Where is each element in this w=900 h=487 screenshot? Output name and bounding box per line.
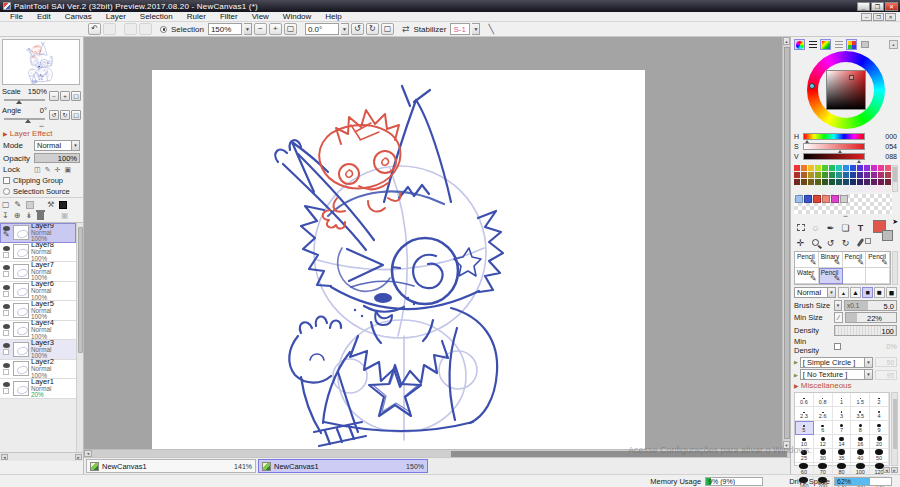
color-swatch[interactable] bbox=[822, 186, 828, 192]
scale-minus-button[interactable]: − bbox=[49, 91, 59, 101]
scroll-left-icon[interactable]: ◄ bbox=[883, 467, 890, 473]
color-swatch[interactable] bbox=[794, 165, 800, 171]
angle-ccw-button[interactable]: ↺ bbox=[49, 110, 59, 120]
layers-scrollbar-thumb[interactable] bbox=[78, 227, 83, 353]
visibility-eye-icon[interactable] bbox=[3, 304, 10, 309]
zoom-out-button[interactable]: − bbox=[254, 23, 267, 35]
menu-window[interactable]: Window bbox=[277, 12, 317, 21]
layer-mode-select[interactable]: Normal▼ bbox=[34, 140, 80, 151]
color-swatch[interactable] bbox=[808, 165, 814, 171]
panel-collapse-button[interactable]: ▲ bbox=[889, 40, 898, 49]
tool-slot-button-2[interactable] bbox=[139, 23, 152, 35]
tool-cell-pencil[interactable]: Pencil✎ bbox=[819, 268, 843, 284]
swap-colors-icon[interactable] bbox=[865, 238, 871, 244]
zoom-tool[interactable] bbox=[809, 236, 822, 249]
select-pen-tool[interactable]: ✒ bbox=[824, 221, 837, 234]
color-swatch[interactable] bbox=[822, 172, 828, 178]
brush-size-4[interactable]: 4 bbox=[870, 407, 889, 421]
brush-tip-button-0[interactable]: ▲ bbox=[838, 287, 849, 298]
color-swatch[interactable] bbox=[815, 165, 821, 171]
brush-size-20[interactable]: 20 bbox=[870, 435, 889, 449]
mask-icon[interactable]: ⚒ bbox=[47, 200, 54, 210]
brush-size-0.8[interactable]: 0.8 bbox=[814, 393, 833, 407]
custom-color-swatch[interactable] bbox=[804, 195, 812, 203]
visibility-eye-icon[interactable] bbox=[3, 363, 10, 368]
new-layer-icon[interactable]: ▢ bbox=[2, 200, 10, 210]
navigator-preview[interactable] bbox=[2, 39, 80, 85]
scratchpad-toggle[interactable] bbox=[859, 39, 870, 50]
brush-size-slider[interactable]: x0.1 5.0 bbox=[844, 300, 897, 311]
brush-size-2[interactable]: 2 bbox=[870, 393, 889, 407]
angle-slider[interactable] bbox=[4, 118, 45, 120]
color-swatch[interactable] bbox=[878, 172, 884, 178]
select-eraser-tool[interactable]: ❏ bbox=[839, 221, 852, 234]
color-swatch[interactable] bbox=[815, 172, 821, 178]
hsv-slider-h[interactable] bbox=[803, 133, 865, 140]
hsv-marker[interactable] bbox=[857, 160, 861, 163]
color-swatch[interactable] bbox=[885, 179, 891, 185]
color-swatch[interactable] bbox=[857, 186, 863, 192]
lock-move-icon[interactable]: ✛ bbox=[55, 166, 61, 174]
scale-plus-button[interactable]: + bbox=[60, 91, 70, 101]
zoom-field[interactable]: 150% bbox=[208, 23, 242, 35]
visibility-eye-icon[interactable] bbox=[3, 265, 10, 270]
color-swatch[interactable] bbox=[801, 165, 807, 171]
color-swatch[interactable] bbox=[808, 179, 814, 185]
color-swatch[interactable] bbox=[871, 172, 877, 178]
color-swatch[interactable] bbox=[794, 172, 800, 178]
menu-help[interactable]: Help bbox=[319, 12, 347, 21]
color-swatch[interactable] bbox=[857, 172, 863, 178]
color-swatch[interactable] bbox=[794, 179, 800, 185]
new-folder-icon[interactable] bbox=[26, 201, 34, 209]
stabilizer-dropdown-icon[interactable]: ▼ bbox=[472, 23, 480, 35]
color-swatch[interactable] bbox=[850, 165, 856, 171]
color-swatch[interactable] bbox=[829, 165, 835, 171]
brush-size-12[interactable]: 12 bbox=[814, 435, 833, 449]
rect-select-tool[interactable] bbox=[794, 221, 807, 234]
color-swatch[interactable] bbox=[829, 172, 835, 178]
minimize-button[interactable]: _ bbox=[857, 2, 870, 11]
layers-hscrollbar[interactable]: ◄ ► bbox=[0, 453, 83, 461]
brush-size-scrollbar[interactable] bbox=[891, 392, 898, 466]
color-swatch[interactable] bbox=[836, 186, 842, 192]
scroll-up-icon[interactable]: ▲ bbox=[783, 37, 790, 45]
menu-filter[interactable]: Filter bbox=[214, 12, 244, 21]
color-swatch[interactable] bbox=[864, 186, 870, 192]
color-swatch[interactable] bbox=[857, 165, 863, 171]
brush-size-9[interactable]: 9 bbox=[870, 421, 889, 435]
canvas-tab-1[interactable]: NewCanvas1150% bbox=[258, 459, 428, 473]
visibility-eye-icon[interactable] bbox=[3, 285, 10, 290]
texture-expand-icon[interactable]: ▶ bbox=[794, 372, 798, 378]
selection-radio[interactable] bbox=[160, 26, 167, 33]
color-wheel[interactable] bbox=[807, 51, 885, 129]
brush-size-0.6[interactable]: 0.6 bbox=[795, 393, 814, 407]
color-swatch[interactable] bbox=[864, 172, 870, 178]
menu-canvas[interactable]: Canvas bbox=[59, 12, 98, 21]
color-swatch[interactable] bbox=[836, 179, 842, 185]
rotate-cw-button[interactable]: ↻ bbox=[366, 23, 379, 35]
color-swatch[interactable] bbox=[885, 165, 891, 171]
color-swatch[interactable] bbox=[801, 186, 807, 192]
clear-layer-icon[interactable]: ▣ bbox=[61, 211, 69, 221]
child-restore-button[interactable]: ❐ bbox=[873, 13, 884, 21]
close-button[interactable]: ✕ bbox=[885, 2, 898, 11]
canvas-hscrollbar[interactable]: ◄ bbox=[84, 449, 790, 457]
palette-scrollbar-thumb[interactable] bbox=[893, 167, 897, 182]
brush-size-5[interactable]: 5 bbox=[795, 421, 814, 435]
zoom-in-button[interactable]: + bbox=[269, 23, 282, 35]
brush-blend-select[interactable]: Normal▼ bbox=[794, 287, 836, 298]
color-swatch[interactable] bbox=[801, 172, 807, 178]
menu-view[interactable]: View bbox=[246, 12, 275, 21]
color-swatch[interactable] bbox=[843, 165, 849, 171]
color-swatch[interactable] bbox=[878, 165, 884, 171]
scale-reset-button[interactable]: ▢ bbox=[71, 91, 81, 101]
custom-color-swatch[interactable] bbox=[813, 195, 821, 203]
tool-cell-pencil[interactable]: Pencil✎ bbox=[795, 252, 819, 268]
swatches-toggle[interactable] bbox=[846, 39, 857, 50]
color-mixer-toggle[interactable] bbox=[820, 39, 831, 50]
visibility-eye-icon[interactable] bbox=[3, 343, 10, 348]
custom-color-swatch[interactable] bbox=[822, 195, 830, 203]
color-swatch[interactable] bbox=[871, 186, 877, 192]
drawing-canvas[interactable] bbox=[152, 70, 645, 449]
layer-effect-header[interactable]: ▶ Layer Effect bbox=[0, 128, 83, 139]
